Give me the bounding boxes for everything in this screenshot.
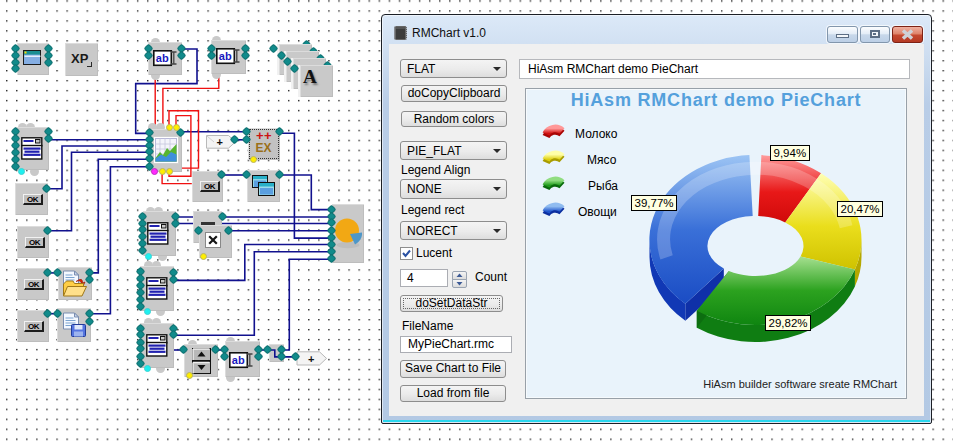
svg-text:+: + [217,136,223,148]
svg-text:+: + [308,353,314,365]
